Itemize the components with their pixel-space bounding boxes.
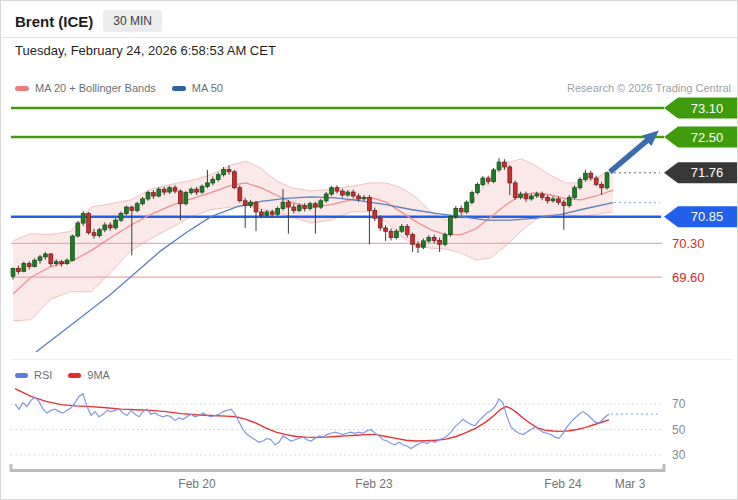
- timeframe-badge[interactable]: 30 MIN: [103, 10, 162, 32]
- rsi-legend: RSI 9MA: [15, 369, 126, 381]
- x-axis-label-feb-20: Feb 20: [178, 477, 216, 491]
- rsi-legend-swatch: [15, 373, 28, 378]
- indicator-legend: MA 20 + Bollinger Bands MA 50 Research ©…: [15, 81, 731, 95]
- rsi-gridline-label-30: 30: [672, 448, 686, 462]
- support-label-69.60: 69.60: [672, 270, 705, 285]
- chart-datetime: Tuesday, February 24, 2026 6:58:53 AM CE…: [15, 43, 276, 58]
- price-badge-label-70.85: 70.85: [691, 209, 724, 224]
- rsi-gridline-label-70: 70: [672, 397, 686, 411]
- price-badge-label-73.10: 73.10: [691, 101, 724, 116]
- rsi-ma-legend-swatch: [68, 373, 81, 378]
- research-credit: Research © 2026 Trading Central: [567, 82, 731, 94]
- bullish-forecast-arrow: [610, 139, 649, 172]
- x-axis-line: [11, 464, 664, 471]
- instrument-title: Brent (ICE): [15, 13, 93, 30]
- bollinger-band-fill: [13, 159, 613, 321]
- rsi-ma-legend-label: 9MA: [87, 369, 110, 381]
- rsi-legend-label: RSI: [34, 369, 52, 381]
- price-badge-label-71.76: 71.76: [691, 165, 724, 180]
- rsi-line: [15, 394, 609, 449]
- ma20-legend-swatch: [15, 86, 29, 91]
- support-label-70.30: 70.30: [672, 236, 705, 251]
- header-divider: [1, 37, 737, 38]
- ma50-legend-label: MA 50: [192, 82, 223, 94]
- x-axis-label-mar-3: Mar 3: [615, 477, 646, 491]
- chart-header: Brent (ICE) 30 MIN: [15, 8, 162, 34]
- rsi-gridline-label-50: 50: [672, 423, 686, 437]
- trading-central-chart-card: Brent (ICE) 30 MIN Tuesday, February 24,…: [0, 0, 738, 500]
- x-axis-label-feb-23: Feb 23: [355, 477, 393, 491]
- price-badge-label-72.50: 72.50: [691, 130, 724, 145]
- x-axis-label-feb-24: Feb 24: [544, 477, 582, 491]
- price-and-rsi-chart: 73.1072.5071.7670.8570.3069.60705030Feb …: [1, 96, 738, 500]
- ma20-legend-label: MA 20 + Bollinger Bands: [35, 82, 156, 94]
- ma50-legend-swatch: [172, 86, 186, 91]
